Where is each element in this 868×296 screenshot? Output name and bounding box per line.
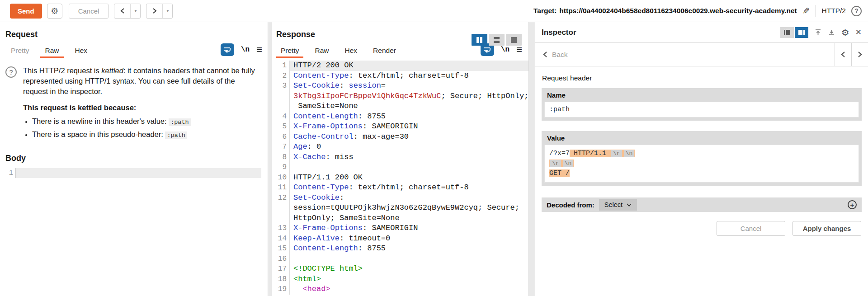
response-line: 17<!DOCTYPE html> bbox=[276, 264, 528, 274]
header-value-field[interactable]: /?x=7 HTTP/1.1 \r\n\r\nGET / bbox=[544, 145, 859, 183]
inspector-header: Inspector ⚙ ✕ bbox=[535, 22, 868, 43]
response-line: 3kTbg3iIpoFCrBppeV1QhkGqc4TzkWuC; Secure… bbox=[276, 91, 528, 102]
body-section-title: Body bbox=[5, 154, 262, 163]
history-forward-dropdown-caret[interactable]: ▼ bbox=[162, 4, 172, 18]
layout-single-icon[interactable] bbox=[506, 34, 522, 46]
name-label: Name bbox=[542, 88, 862, 102]
response-tab-render[interactable]: Render bbox=[368, 45, 401, 58]
response-tab-raw[interactable]: Raw bbox=[310, 45, 333, 58]
decoded-from-bar: Decoded from: Select + bbox=[542, 197, 862, 212]
history-forward-chevron-icon[interactable] bbox=[146, 4, 162, 18]
inspector-close-icon[interactable]: ✕ bbox=[855, 28, 862, 36]
toolbar-divider bbox=[816, 5, 816, 17]
history-back-chevron-icon[interactable] bbox=[114, 4, 130, 18]
send-button[interactable]: Send bbox=[10, 4, 42, 19]
kettled-bullet: There is a newline in this header's valu… bbox=[32, 115, 262, 128]
history-back-dropdown-caret[interactable]: ▼ bbox=[130, 4, 140, 18]
response-editor[interactable]: 1HTTP/2 200 OK2Content-Type: text/html; … bbox=[276, 61, 528, 295]
collapse-all-icon[interactable] bbox=[814, 28, 822, 36]
word-wrap-icon[interactable] bbox=[221, 43, 234, 56]
history-back-split-button[interactable]: ▼ bbox=[114, 4, 141, 19]
show-newlines-icon[interactable]: \n bbox=[241, 46, 250, 54]
body-editor[interactable]: 1 bbox=[5, 168, 262, 178]
response-line: 2Content-Type: text/html; charset=utf-8 bbox=[276, 71, 528, 81]
kettled-reasons-heading: This request is kettled because: bbox=[23, 103, 262, 112]
response-line: 15Content-Length: 8755 bbox=[276, 244, 528, 254]
body-line-number: 1 bbox=[5, 169, 15, 177]
request-tab-pretty[interactable]: Pretty bbox=[6, 45, 33, 58]
target-url: https://0a44002404b658ed80116234006c0029… bbox=[559, 7, 797, 15]
layout-toggle-group bbox=[472, 34, 522, 46]
layout-rows-icon[interactable] bbox=[489, 34, 505, 46]
decoded-from-select[interactable]: Select bbox=[599, 199, 637, 211]
repeater-toolbar: Send ⚙ Cancel ▼ ▼ Target: https://0a4400… bbox=[0, 0, 868, 22]
header-value-section: Value /?x=7 HTTP/1.1 \r\n\r\nGET / bbox=[542, 131, 862, 186]
inspector-settings-gear-icon[interactable]: ⚙ bbox=[841, 28, 849, 37]
editor-menu-icon[interactable]: ≡ bbox=[516, 45, 522, 55]
header-value-row: GET / bbox=[549, 169, 854, 179]
response-line: 12Set-Cookie: bbox=[276, 193, 528, 203]
back-label: Back bbox=[552, 51, 567, 59]
control-char-chip: \n bbox=[624, 150, 635, 157]
inspector-title: Inspector bbox=[542, 28, 576, 37]
back-chevron-icon bbox=[543, 51, 547, 58]
kettled-reasons-list: There is a newline in this header's valu… bbox=[23, 115, 262, 141]
control-char-chip: \r bbox=[611, 150, 622, 157]
control-char-chip: \r bbox=[550, 160, 561, 167]
response-tab-hex[interactable]: Hex bbox=[340, 45, 362, 58]
response-line: 16 bbox=[276, 254, 528, 264]
request-panel: Request Pretty Raw Hex \n ≡ ? bbox=[0, 22, 268, 296]
response-line: 18<html> bbox=[276, 274, 528, 285]
response-panel: Response Pretty Raw Hex Render \n ≡ 1HTT bbox=[272, 22, 529, 296]
inspector-dock-right-icon[interactable] bbox=[795, 27, 808, 38]
send-settings-gear-icon[interactable]: ⚙ bbox=[47, 4, 62, 19]
layout-columns-icon[interactable] bbox=[472, 34, 487, 46]
kettled-message-text: This HTTP/2 request is kettled: it conta… bbox=[23, 66, 262, 97]
response-line: 5X-Frame-Options: SAMEORIGIN bbox=[276, 122, 528, 132]
request-tab-hex[interactable]: Hex bbox=[71, 45, 92, 58]
response-line: 6Cache-Control: max-age=30 bbox=[276, 132, 528, 142]
back-button[interactable]: Back bbox=[535, 43, 567, 66]
response-line: SameSite=None bbox=[276, 101, 528, 112]
response-line: 1HTTP/2 200 OK bbox=[276, 61, 528, 71]
info-icon: ? bbox=[5, 66, 17, 78]
add-decoding-icon[interactable]: + bbox=[848, 200, 857, 209]
expand-all-icon[interactable] bbox=[828, 28, 835, 36]
response-line: 7Age: 0 bbox=[276, 142, 528, 152]
history-forward-split-button[interactable]: ▼ bbox=[146, 4, 173, 19]
value-label: Value bbox=[542, 131, 862, 145]
response-line: 9 bbox=[276, 162, 528, 173]
apply-changes-button[interactable]: Apply changes bbox=[793, 221, 861, 236]
request-tabs: Pretty Raw Hex \n ≡ bbox=[5, 43, 262, 58]
response-line: 11Content-Type: text/html; charset=utf-8 bbox=[276, 183, 528, 193]
body-editor-line[interactable] bbox=[15, 168, 261, 178]
kettled-bullet: There is a space in this pseudo-header: … bbox=[32, 128, 262, 141]
inspector-section-caption: Request header bbox=[542, 74, 868, 82]
cancel-button[interactable]: Cancel bbox=[69, 4, 109, 19]
response-line: 4Content-Length: 8755 bbox=[276, 112, 528, 122]
decoded-from-label: Decoded from: bbox=[547, 201, 594, 209]
toolbar-right-cluster: Target: https://0a44002404b658ed80116234… bbox=[533, 5, 862, 17]
header-value-row: \r\n bbox=[549, 159, 854, 169]
select-caret-icon bbox=[627, 203, 632, 207]
request-tab-raw[interactable]: Raw bbox=[40, 45, 63, 58]
show-newlines-icon[interactable]: \n bbox=[501, 46, 509, 54]
header-value-row: /?x=7 HTTP/1.1 \r\n bbox=[549, 149, 854, 159]
header-name-field[interactable]: :path bbox=[544, 102, 859, 117]
kettled-message: ? This HTTP/2 request is kettled: it con… bbox=[5, 66, 262, 97]
response-line: 10HTTP/1.1 200 OK bbox=[276, 173, 528, 183]
editor-menu-icon[interactable]: ≡ bbox=[256, 45, 262, 55]
response-line: 13X-Frame-Options: SAMEORIGIN bbox=[276, 223, 528, 234]
response-tab-pretty[interactable]: Pretty bbox=[276, 45, 303, 58]
inspector-panel: Inspector ⚙ ✕ Back bbox=[535, 22, 868, 296]
response-line: 14Keep-Alive: timeout=0 bbox=[276, 234, 528, 244]
inspector-cancel-button[interactable]: Cancel bbox=[717, 221, 785, 236]
response-line: session=tQUUtPOjk3hwjzN3o6zG2qBywE9W2cyq… bbox=[276, 203, 528, 213]
response-line: 3Set-Cookie: session= bbox=[276, 81, 528, 91]
inspector-dock-left-icon[interactable] bbox=[780, 27, 794, 38]
help-icon[interactable]: ? bbox=[851, 6, 862, 16]
prev-item-chevron-icon[interactable] bbox=[835, 43, 851, 66]
edit-target-pencil-icon[interactable]: ✎ bbox=[802, 6, 810, 16]
next-item-chevron-icon[interactable] bbox=[852, 43, 868, 66]
header-name-section: Name :path bbox=[542, 88, 862, 121]
